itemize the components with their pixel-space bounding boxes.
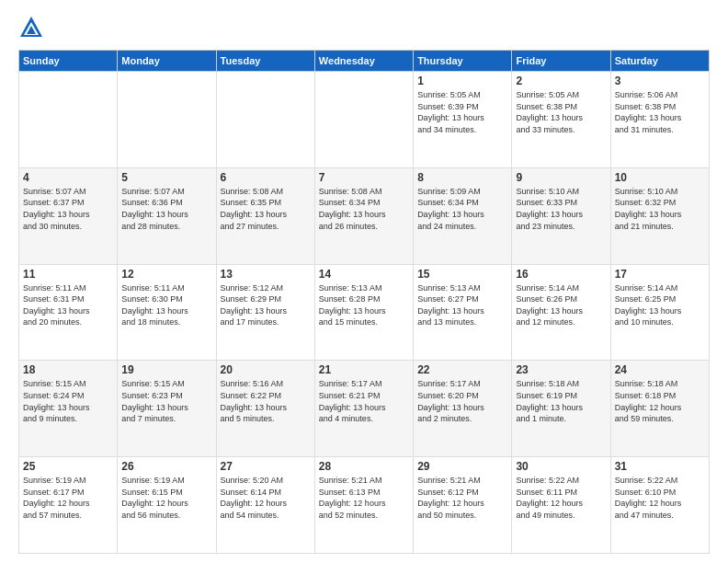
- day-info: Sunrise: 5:19 AM Sunset: 6:15 PM Dayligh…: [121, 475, 211, 521]
- table-cell: 19Sunrise: 5:15 AM Sunset: 6:23 PM Dayli…: [118, 361, 216, 457]
- header: [18, 15, 710, 40]
- day-info: Sunrise: 5:13 AM Sunset: 6:27 PM Dayligh…: [417, 282, 507, 328]
- table-cell: 24Sunrise: 5:18 AM Sunset: 6:18 PM Dayli…: [610, 361, 709, 457]
- table-cell: [118, 72, 216, 168]
- logo-icon: [18, 15, 44, 40]
- day-info: Sunrise: 5:08 AM Sunset: 6:35 PM Dayligh…: [221, 186, 311, 232]
- day-info: Sunrise: 5:22 AM Sunset: 6:11 PM Dayligh…: [516, 475, 606, 521]
- day-number: 18: [23, 363, 113, 376]
- day-number: 1: [417, 75, 507, 87]
- day-number: 15: [417, 268, 507, 281]
- day-info: Sunrise: 5:11 AM Sunset: 6:30 PM Dayligh…: [121, 282, 211, 328]
- day-info: Sunrise: 5:15 AM Sunset: 6:24 PM Dayligh…: [23, 378, 113, 424]
- table-cell: 6Sunrise: 5:08 AM Sunset: 6:35 PM Daylig…: [216, 167, 314, 264]
- header-row: Sunday Monday Tuesday Wednesday Thursday…: [19, 51, 710, 72]
- day-number: 11: [23, 268, 113, 281]
- day-number: 14: [319, 268, 409, 281]
- table-cell: 28Sunrise: 5:21 AM Sunset: 6:13 PM Dayli…: [314, 457, 413, 554]
- day-number: 4: [23, 171, 113, 184]
- table-cell: 2Sunrise: 5:05 AM Sunset: 6:38 PM Daylig…: [512, 72, 610, 168]
- table-row: 11Sunrise: 5:11 AM Sunset: 6:31 PM Dayli…: [19, 264, 710, 361]
- day-number: 29: [417, 460, 507, 473]
- day-number: 27: [221, 460, 311, 473]
- day-info: Sunrise: 5:13 AM Sunset: 6:28 PM Dayligh…: [319, 282, 409, 328]
- day-info: Sunrise: 5:10 AM Sunset: 6:32 PM Dayligh…: [615, 186, 705, 232]
- day-info: Sunrise: 5:15 AM Sunset: 6:23 PM Dayligh…: [121, 378, 211, 424]
- table-cell: 9Sunrise: 5:10 AM Sunset: 6:33 PM Daylig…: [512, 167, 610, 264]
- table-cell: 5Sunrise: 5:07 AM Sunset: 6:36 PM Daylig…: [118, 167, 216, 264]
- day-info: Sunrise: 5:19 AM Sunset: 6:17 PM Dayligh…: [23, 475, 113, 521]
- day-number: 5: [121, 171, 211, 184]
- table-cell: [216, 72, 314, 168]
- col-thursday: Thursday: [414, 51, 512, 72]
- day-info: Sunrise: 5:07 AM Sunset: 6:37 PM Dayligh…: [23, 186, 113, 232]
- day-info: Sunrise: 5:20 AM Sunset: 6:14 PM Dayligh…: [221, 475, 311, 521]
- page: Sunday Monday Tuesday Wednesday Thursday…: [0, 0, 728, 563]
- day-info: Sunrise: 5:14 AM Sunset: 6:26 PM Dayligh…: [516, 282, 606, 328]
- day-number: 30: [516, 460, 606, 473]
- col-wednesday: Wednesday: [314, 51, 413, 72]
- logo: [18, 15, 48, 40]
- table-cell: 11Sunrise: 5:11 AM Sunset: 6:31 PM Dayli…: [19, 264, 118, 361]
- table-cell: 4Sunrise: 5:07 AM Sunset: 6:37 PM Daylig…: [19, 167, 118, 264]
- day-number: 13: [221, 268, 311, 281]
- day-number: 22: [417, 363, 507, 376]
- day-info: Sunrise: 5:18 AM Sunset: 6:18 PM Dayligh…: [615, 378, 705, 424]
- table-cell: 21Sunrise: 5:17 AM Sunset: 6:21 PM Dayli…: [314, 361, 413, 457]
- col-monday: Monday: [118, 51, 216, 72]
- day-info: Sunrise: 5:17 AM Sunset: 6:20 PM Dayligh…: [417, 378, 507, 424]
- day-number: 16: [516, 268, 606, 281]
- table-row: 4Sunrise: 5:07 AM Sunset: 6:37 PM Daylig…: [19, 167, 710, 264]
- day-info: Sunrise: 5:09 AM Sunset: 6:34 PM Dayligh…: [417, 186, 507, 232]
- table-cell: 18Sunrise: 5:15 AM Sunset: 6:24 PM Dayli…: [19, 361, 118, 457]
- day-number: 21: [319, 363, 409, 376]
- table-cell: 31Sunrise: 5:22 AM Sunset: 6:10 PM Dayli…: [610, 457, 709, 554]
- table-cell: 29Sunrise: 5:21 AM Sunset: 6:12 PM Dayli…: [414, 457, 512, 554]
- table-cell: 25Sunrise: 5:19 AM Sunset: 6:17 PM Dayli…: [19, 457, 118, 554]
- table-row: 18Sunrise: 5:15 AM Sunset: 6:24 PM Dayli…: [19, 361, 710, 457]
- table-row: 25Sunrise: 5:19 AM Sunset: 6:17 PM Dayli…: [19, 457, 710, 554]
- table-cell: 1Sunrise: 5:05 AM Sunset: 6:39 PM Daylig…: [414, 72, 512, 168]
- table-cell: 30Sunrise: 5:22 AM Sunset: 6:11 PM Dayli…: [512, 457, 610, 554]
- day-number: 6: [221, 171, 311, 184]
- day-info: Sunrise: 5:21 AM Sunset: 6:12 PM Dayligh…: [417, 475, 507, 521]
- day-number: 10: [615, 171, 705, 184]
- day-info: Sunrise: 5:06 AM Sunset: 6:38 PM Dayligh…: [615, 89, 705, 135]
- table-cell: 13Sunrise: 5:12 AM Sunset: 6:29 PM Dayli…: [216, 264, 314, 361]
- table-cell: 26Sunrise: 5:19 AM Sunset: 6:15 PM Dayli…: [118, 457, 216, 554]
- table-cell: [19, 72, 118, 168]
- day-number: 8: [417, 171, 507, 184]
- table-cell: 15Sunrise: 5:13 AM Sunset: 6:27 PM Dayli…: [414, 264, 512, 361]
- day-info: Sunrise: 5:05 AM Sunset: 6:39 PM Dayligh…: [417, 89, 507, 135]
- day-info: Sunrise: 5:22 AM Sunset: 6:10 PM Dayligh…: [615, 475, 705, 521]
- table-cell: 22Sunrise: 5:17 AM Sunset: 6:20 PM Dayli…: [414, 361, 512, 457]
- table-cell: 7Sunrise: 5:08 AM Sunset: 6:34 PM Daylig…: [314, 167, 413, 264]
- day-number: 9: [516, 171, 606, 184]
- table-row: 1Sunrise: 5:05 AM Sunset: 6:39 PM Daylig…: [19, 72, 710, 168]
- calendar-table: Sunday Monday Tuesday Wednesday Thursday…: [18, 50, 710, 554]
- day-info: Sunrise: 5:21 AM Sunset: 6:13 PM Dayligh…: [319, 475, 409, 521]
- day-number: 28: [319, 460, 409, 473]
- table-cell: 16Sunrise: 5:14 AM Sunset: 6:26 PM Dayli…: [512, 264, 610, 361]
- day-info: Sunrise: 5:18 AM Sunset: 6:19 PM Dayligh…: [516, 378, 606, 424]
- table-cell: 14Sunrise: 5:13 AM Sunset: 6:28 PM Dayli…: [314, 264, 413, 361]
- day-info: Sunrise: 5:08 AM Sunset: 6:34 PM Dayligh…: [319, 186, 409, 232]
- table-cell: 17Sunrise: 5:14 AM Sunset: 6:25 PM Dayli…: [610, 264, 709, 361]
- day-number: 24: [615, 363, 705, 376]
- table-cell: 23Sunrise: 5:18 AM Sunset: 6:19 PM Dayli…: [512, 361, 610, 457]
- day-number: 20: [221, 363, 311, 376]
- day-number: 2: [516, 75, 606, 87]
- day-info: Sunrise: 5:05 AM Sunset: 6:38 PM Dayligh…: [516, 89, 606, 135]
- day-number: 7: [319, 171, 409, 184]
- day-info: Sunrise: 5:07 AM Sunset: 6:36 PM Dayligh…: [121, 186, 211, 232]
- day-number: 25: [23, 460, 113, 473]
- day-number: 26: [121, 460, 211, 473]
- col-friday: Friday: [512, 51, 610, 72]
- table-cell: 3Sunrise: 5:06 AM Sunset: 6:38 PM Daylig…: [610, 72, 709, 168]
- table-cell: 27Sunrise: 5:20 AM Sunset: 6:14 PM Dayli…: [216, 457, 314, 554]
- table-cell: 20Sunrise: 5:16 AM Sunset: 6:22 PM Dayli…: [216, 361, 314, 457]
- table-cell: 8Sunrise: 5:09 AM Sunset: 6:34 PM Daylig…: [414, 167, 512, 264]
- day-number: 19: [121, 363, 211, 376]
- col-tuesday: Tuesday: [216, 51, 314, 72]
- day-number: 31: [615, 460, 705, 473]
